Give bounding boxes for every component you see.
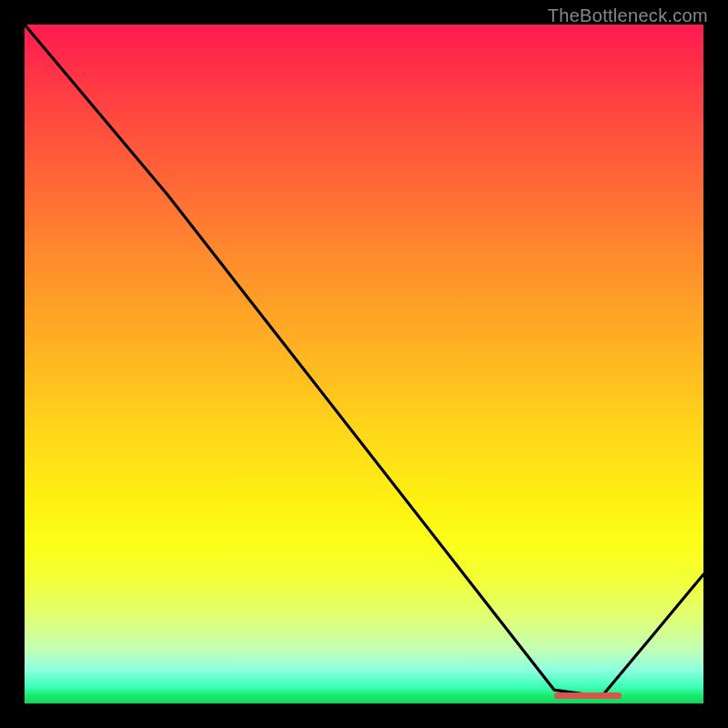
watermark-text: TheBottleneck.com xyxy=(548,5,708,26)
plot-area xyxy=(25,25,703,703)
optimal-marker xyxy=(554,693,622,699)
curve-line xyxy=(25,25,703,703)
